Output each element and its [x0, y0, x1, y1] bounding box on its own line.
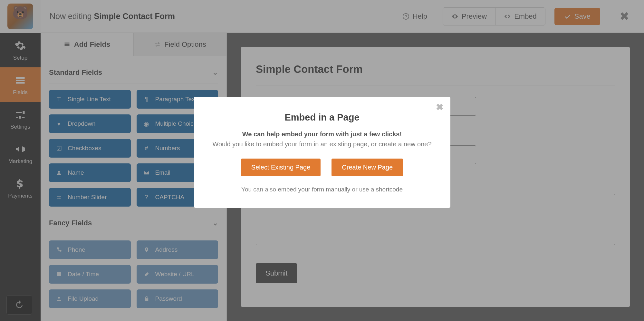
- modal-subtitle: We can help embed your form with just a …: [211, 131, 434, 138]
- modal-description: Would you like to embed your form in an …: [211, 139, 434, 149]
- select-existing-page-button[interactable]: Select Existing Page: [241, 159, 321, 176]
- modal-title: Embed in a Page: [211, 112, 434, 123]
- embed-manually-link[interactable]: embed your form manually: [278, 186, 350, 193]
- modal-close-button[interactable]: ✖: [436, 102, 443, 112]
- modal-overlay[interactable]: ✖ Embed in a Page We can help embed your…: [0, 0, 644, 321]
- modal-footer: You can also embed your form manually or…: [211, 186, 434, 193]
- embed-modal: ✖ Embed in a Page We can help embed your…: [194, 97, 450, 208]
- use-shortcode-link[interactable]: use a shortcode: [359, 186, 403, 193]
- create-new-page-button[interactable]: Create New Page: [332, 159, 403, 176]
- close-icon: ✖: [436, 102, 443, 112]
